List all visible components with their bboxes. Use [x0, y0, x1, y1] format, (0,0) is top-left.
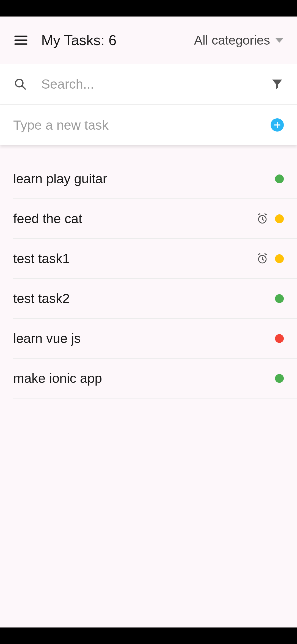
task-title: learn vue js [13, 331, 275, 346]
svg-line-15 [258, 253, 260, 255]
category-dot [275, 254, 284, 263]
task-item[interactable]: learn play guitar [13, 159, 297, 199]
new-task-input[interactable] [13, 118, 271, 133]
svg-line-9 [262, 219, 264, 220]
menu-icon[interactable] [13, 32, 29, 48]
svg-line-4 [22, 86, 25, 89]
status-bar-top [0, 0, 297, 17]
category-selector[interactable]: All categories [194, 33, 284, 48]
svg-line-11 [265, 214, 266, 215]
svg-line-16 [265, 253, 266, 255]
category-dot [275, 174, 284, 183]
category-selector-label: All categories [194, 33, 270, 48]
task-title: feed the cat [13, 211, 256, 226]
app-area: My Tasks: 6 All categories [0, 17, 297, 627]
search-input[interactable] [41, 77, 271, 92]
alarm-icon [256, 253, 268, 265]
task-title: test task2 [13, 291, 275, 306]
nav-bar-bottom [0, 627, 297, 644]
chevron-down-icon [275, 38, 284, 43]
search-row [0, 64, 297, 105]
category-dot [275, 214, 284, 223]
add-task-button[interactable] [271, 118, 284, 132]
category-dot [275, 374, 284, 383]
task-list: learn play guitar feed the cat test task… [0, 145, 297, 399]
page-title: My Tasks: 6 [41, 32, 194, 48]
new-task-row [0, 105, 297, 145]
task-title: test task1 [13, 251, 256, 266]
category-dot [275, 334, 284, 343]
task-title: learn play guitar [13, 171, 275, 186]
svg-line-10 [258, 214, 260, 215]
task-title: make ionic app [13, 371, 275, 386]
alarm-icon [256, 213, 268, 225]
filter-icon[interactable] [271, 77, 284, 91]
svg-line-14 [262, 259, 264, 260]
task-item[interactable]: test task2 [13, 279, 297, 319]
task-item[interactable]: test task1 [13, 239, 297, 279]
task-item[interactable]: make ionic app [13, 359, 297, 399]
category-dot [275, 294, 284, 303]
task-item[interactable]: feed the cat [13, 199, 297, 239]
app-header: My Tasks: 6 All categories [0, 17, 297, 64]
search-icon[interactable] [13, 77, 27, 91]
task-item[interactable]: learn vue js [13, 319, 297, 359]
